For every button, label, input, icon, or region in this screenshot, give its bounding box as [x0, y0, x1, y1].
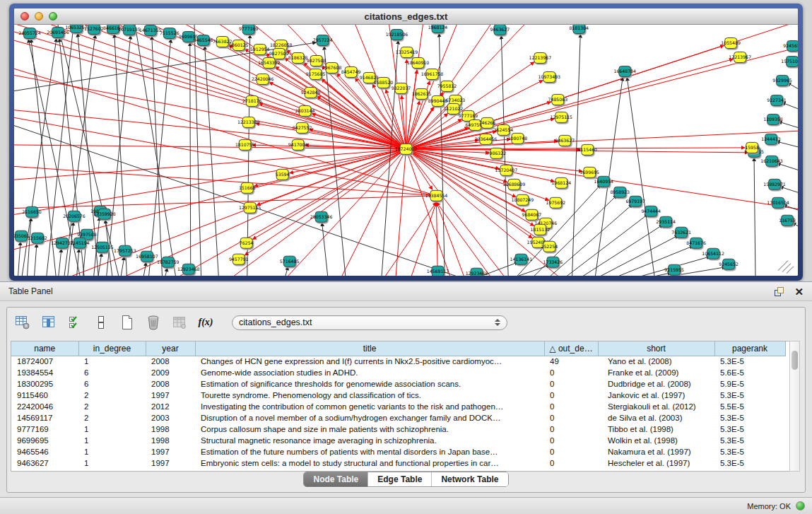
column-header-year[interactable]: year: [146, 341, 195, 356]
graph-node[interactable]: 6979197: [625, 196, 645, 206]
graph-node-selected[interactable]: 5912954: [250, 44, 270, 54]
column-checklist-button[interactable]: [66, 314, 83, 331]
graph-node-selected[interactable]: 53594: [276, 169, 290, 180]
float-panel-button[interactable]: [774, 286, 784, 297]
tab-network-table[interactable]: Network Table: [431, 472, 507, 486]
graph-node-selected[interactable]: 12975115: [551, 112, 573, 122]
table-source-select[interactable]: citations_edges.txt: [232, 315, 507, 330]
graph-node[interactable]: 7632621: [671, 227, 691, 238]
delete-table-button[interactable]: [145, 314, 162, 331]
import-table-button[interactable]: [171, 314, 188, 331]
graph-node-selected[interactable]: 9175685: [306, 69, 326, 79]
tab-edge-table[interactable]: Edge Table: [367, 472, 431, 486]
graph-node-selected[interactable]: 15958: [745, 142, 759, 153]
graph-node-selected[interactable]: 1080748: [508, 133, 528, 144]
close-panel-button[interactable]: ✕: [794, 286, 804, 297]
graph-node-selected[interactable]: 18640910: [407, 57, 430, 68]
graph-node-selected[interactable]: 1055489: [721, 37, 741, 48]
table-row[interactable]: 1938455462009Genome-wide association stu…: [11, 367, 785, 378]
window-titlebar[interactable]: citations_edges.txt: [14, 8, 798, 25]
column-header-pagerank[interactable]: pagerank: [714, 341, 785, 356]
minimize-window-button[interactable]: [35, 12, 43, 21]
graph-node[interactable]: 1640954: [594, 176, 613, 187]
table-row[interactable]: 1872400712008Changes of HCN gene express…: [11, 356, 785, 367]
graph-node-selected[interactable]: 252254: [541, 241, 558, 252]
graph-node[interactable]: 8181304: [569, 25, 589, 33]
graph-node-selected[interactable]: 3624554: [494, 124, 514, 135]
table-row[interactable]: 946554611997Estimation of the future num…: [11, 446, 785, 457]
graph-node-selected[interactable]: 8454749: [341, 66, 361, 77]
column-header-short[interactable]: short: [598, 341, 714, 356]
graph-node[interactable]: 1244413: [761, 134, 781, 144]
graph-node[interactable]: 14671355: [139, 25, 162, 35]
graph-node[interactable]: 1968124: [428, 25, 448, 33]
graph-node[interactable]: 16958107: [136, 251, 158, 262]
graph-node[interactable]: 15892971: [763, 179, 786, 189]
graph-node[interactable]: 9463627: [490, 25, 510, 35]
graph-node[interactable]: 9227341: [767, 95, 787, 105]
graph-node[interactable]: 9474444: [641, 206, 661, 216]
new-table-button[interactable]: [119, 314, 136, 331]
graph-node[interactable]: 16210643: [760, 156, 783, 166]
table-row[interactable]: 969969511998Structural magnetic resonanc…: [11, 435, 785, 446]
network-canvas[interactable]: 2405572420691406106532571527602846616010…: [14, 25, 798, 276]
table-row[interactable]: 946362711997Embryonic stem cells: a mode…: [11, 457, 785, 469]
graph-node-selected[interactable]: 76254: [240, 238, 254, 248]
graph-node-selected[interactable]: 10688609: [503, 179, 526, 189]
graph-node[interactable]: 24055724: [18, 28, 41, 38]
graph-node-selected[interactable]: 9322037: [392, 83, 411, 93]
scrollbar-thumb[interactable]: [792, 351, 798, 370]
show-column-button[interactable]: [40, 314, 57, 331]
tab-node-table[interactable]: Node Table: [304, 472, 367, 486]
graph-node[interactable]: 116753: [779, 215, 796, 226]
table-row[interactable]: 911546021997Tourette syndrome. Phenomeno…: [11, 390, 785, 401]
graph-node[interactable]: 12505135: [91, 242, 114, 252]
graph-node-selected[interactable]: 1810755: [235, 139, 255, 150]
column-header-title[interactable]: title: [195, 341, 544, 356]
graph-node[interactable]: 8471676: [686, 238, 706, 248]
zoom-window-button[interactable]: [49, 12, 57, 21]
graph-node-selected[interactable]: 19384554: [425, 190, 448, 201]
table-scrollbar[interactable]: [789, 341, 800, 472]
graph-node-selected[interactable]: 12213967: [729, 52, 751, 62]
column-header-out_de[interactable]: △ out_de…: [544, 341, 598, 356]
table-row[interactable]: 977716911998Corpus callosum shape and si…: [11, 424, 785, 435]
graph-node[interactable]: 19218506: [386, 29, 408, 40]
graph-node-selected[interactable]: 20364456: [475, 134, 498, 144]
table-row[interactable]: 1830029562008Estimation of significance …: [11, 378, 785, 390]
table-row[interactable]: 2242004622012Investigating the contribut…: [11, 401, 785, 412]
graph-node-selected[interactable]: 8427552: [293, 122, 312, 133]
graph-node[interactable]: 12923468: [177, 264, 200, 274]
function-builder-button[interactable]: f(x): [197, 314, 214, 331]
graph-node-selected[interactable]: 9417004: [288, 139, 308, 150]
graph-node[interactable]: 1527602: [84, 25, 104, 34]
canvas-resize-grip[interactable]: [778, 261, 794, 274]
graph-node[interactable]: 12923468: [466, 268, 488, 276]
graph-node[interactable]: 9329965: [772, 75, 792, 86]
graph-node-selected[interactable]: 151668: [239, 182, 256, 193]
graph-node[interactable]: 2935114: [656, 216, 676, 227]
graph-node-selected[interactable]: 8186328: [288, 52, 308, 63]
column-header-name[interactable]: name: [11, 341, 78, 356]
graph-node-selected[interactable]: 1968124: [552, 177, 572, 188]
graph-node[interactable]: 1209358: [763, 114, 783, 124]
graph-node[interactable]: 9777169: [239, 25, 259, 34]
graph-node-selected[interactable]: 9457791: [229, 254, 249, 264]
graph-node[interactable]: 15751074: [781, 56, 798, 66]
graph-node-selected[interactable]: 7485063: [548, 94, 568, 105]
graph-node-selected[interactable]: 13325419: [396, 47, 418, 57]
table-row[interactable]: 1456911722003Disruption of a novel membe…: [11, 412, 785, 424]
graph-node[interactable]: 9245652: [783, 40, 798, 51]
network-graph[interactable]: 2405572420691406106532571527602846616010…: [14, 25, 798, 276]
graph-node-selected[interactable]: 9115460: [577, 144, 597, 155]
graph-node[interactable]: 29053346: [310, 211, 333, 222]
graph-node-selected[interactable]: 15720407: [495, 165, 518, 175]
graph-node[interactable]: 17957253: [114, 245, 136, 256]
graph-node-selected[interactable]: 12213380: [237, 117, 260, 127]
graph-node[interactable]: 17016504: [767, 197, 789, 208]
graph-node[interactable]: 10654112: [702, 248, 724, 259]
column-header-in_degree[interactable]: in_degree: [78, 341, 146, 356]
graph-node-selected[interactable]: 9463627: [555, 135, 575, 146]
row-height-button[interactable]: [93, 314, 110, 331]
graph-node-selected[interactable]: 1975692: [546, 197, 566, 208]
